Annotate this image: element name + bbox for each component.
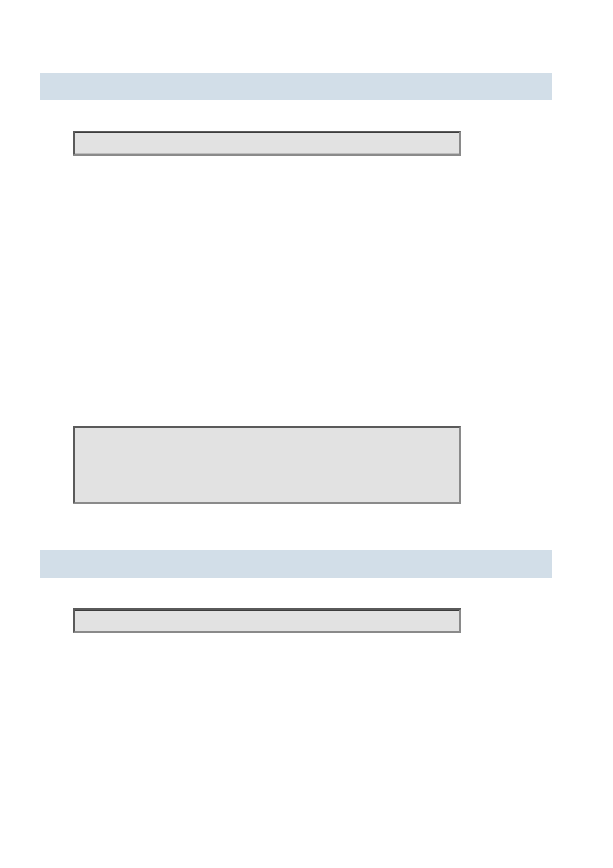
code-block	[73, 426, 461, 504]
code-block	[73, 608, 461, 633]
section-heading	[40, 550, 552, 578]
code-block	[73, 131, 461, 156]
document-page	[0, 0, 613, 868]
section-heading	[40, 73, 552, 100]
body-text-region	[0, 156, 613, 426]
